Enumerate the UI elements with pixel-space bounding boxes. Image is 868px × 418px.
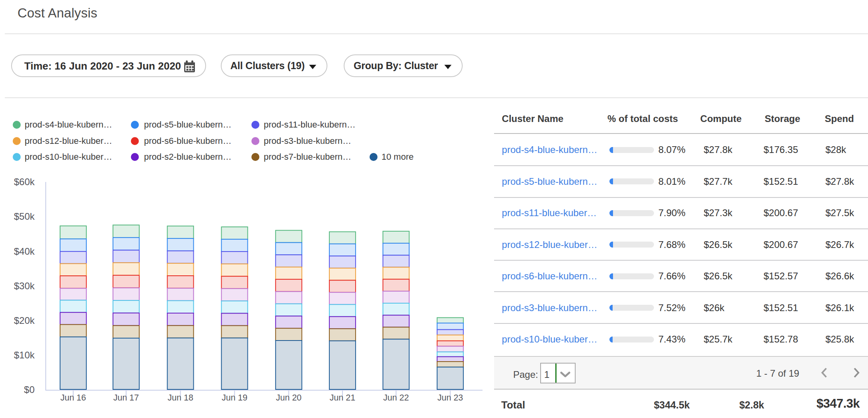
svg-text:Jun 17: Jun 17 — [113, 393, 139, 403]
svg-text:Jun 20: Jun 20 — [276, 393, 302, 403]
svg-text:$50k: $50k — [14, 211, 35, 222]
svg-text:Jun 16: Jun 16 — [60, 393, 86, 403]
svg-text:$40k: $40k — [14, 246, 35, 257]
svg-text:Jun 18: Jun 18 — [167, 393, 193, 403]
svg-text:Jun 22: Jun 22 — [383, 393, 409, 403]
svg-text:Jun 19: Jun 19 — [222, 393, 247, 403]
svg-text:Jun 23: Jun 23 — [438, 393, 463, 403]
svg-text:$20k: $20k — [14, 315, 35, 326]
svg-text:$30k: $30k — [14, 281, 35, 291]
svg-text:$60k: $60k — [14, 176, 35, 187]
svg-text:Jun 21: Jun 21 — [330, 393, 356, 403]
svg-text:$0: $0 — [24, 384, 35, 395]
svg-text:$10k: $10k — [14, 350, 35, 360]
